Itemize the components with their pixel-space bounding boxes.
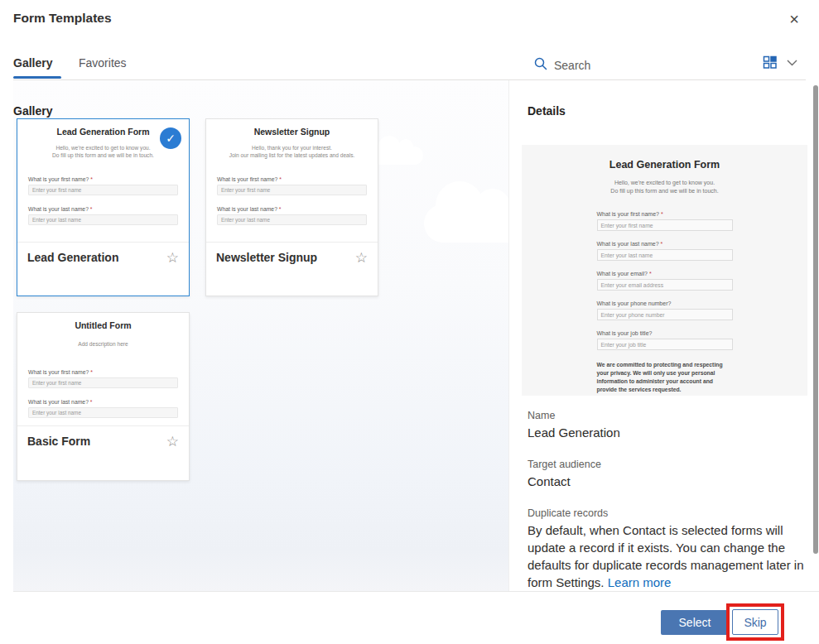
preview-form-subtitle: Hello, we're excited to get to know you.…: [597, 179, 733, 195]
template-card-lead-generation[interactable]: Lead Generation Form Hello, we're excite…: [17, 118, 190, 296]
card-footer: Lead Generation ☆: [17, 242, 189, 266]
preview-field-input: Enter your phone number: [597, 309, 733, 320]
annotation-highlight-box: Skip: [726, 603, 784, 641]
search-input[interactable]: [554, 59, 711, 72]
cloud-illustration: [424, 204, 508, 243]
preview-field-input: Enter your email address: [597, 279, 733, 291]
panel-divider: [508, 80, 509, 591]
thumbnail-field-input: Enter your first name: [28, 377, 178, 388]
search-icon: [534, 57, 547, 74]
preview-field-label: What is your phone number?: [597, 300, 733, 306]
footer-divider: [13, 591, 819, 592]
gallery-section-heading: Gallery: [13, 104, 52, 118]
favorite-star-icon[interactable]: ☆: [166, 435, 179, 449]
thumbnail-field: What is your first name? * Enter your fi…: [28, 369, 178, 388]
grid-view-icon[interactable]: [763, 55, 778, 70]
selected-check-icon: ✓: [160, 127, 181, 149]
template-thumbnail: Untitled Form Add description here What …: [17, 313, 189, 425]
thumbnail-field-input: Enter your first name: [28, 185, 178, 195]
thumbnail-field-label: What is your first name? *: [28, 176, 178, 182]
preview-field-input: Enter your last name: [597, 249, 733, 261]
details-section-heading: Details: [528, 104, 566, 118]
target-audience-label: Target audience: [528, 459, 601, 470]
skip-button[interactable]: Skip: [732, 609, 778, 635]
view-switcher: [763, 55, 797, 70]
details-preview: Lead Generation Form Hello, we're excite…: [522, 145, 807, 396]
details-scrollbar[interactable]: [813, 85, 818, 554]
thumbnail-field-label: What is your first name? *: [217, 176, 367, 182]
preview-field-label: What is your last name? *: [597, 241, 733, 247]
select-button[interactable]: Select: [661, 610, 729, 635]
details-preview-form: Lead Generation Form Hello, we're excite…: [597, 145, 733, 394]
name-value: Lead Generation: [528, 425, 620, 440]
thumbnail-title: Untitled Form: [17, 320, 189, 330]
preview-field-input: Enter your job title: [597, 339, 733, 350]
thumbnail-field-label: What is your last name? *: [217, 206, 367, 212]
preview-field-label: What is your job title?: [597, 330, 733, 336]
favorite-star-icon[interactable]: ☆: [355, 251, 368, 266]
thumbnail-subtitle: Add description here: [17, 340, 189, 355]
preview-privacy-text: We are committed to protecting and respe…: [597, 361, 733, 394]
chevron-down-icon[interactable]: [787, 59, 797, 66]
template-thumbnail: Newsletter Signup Hello, thank you for y…: [206, 119, 378, 242]
template-card-basic-form[interactable]: Untitled Form Add description here What …: [17, 312, 190, 481]
preview-field-label: What is your email? *: [597, 271, 733, 276]
favorite-star-icon[interactable]: ☆: [166, 251, 179, 266]
thumbnail-field: What is your first name? * Enter your fi…: [28, 176, 178, 195]
preview-form-field: What is your email? * Enter your email a…: [597, 271, 733, 291]
thumbnail-field-input: Enter your last name: [28, 407, 178, 418]
active-tab-underline: [13, 76, 61, 79]
cloud-illustration: [372, 147, 423, 165]
thumbnail-field-input: Enter your first name: [217, 185, 367, 195]
close-icon[interactable]: ×: [782, 7, 807, 31]
thumbnail-field-label: What is your first name? *: [28, 369, 178, 375]
tab-favorites[interactable]: Favorites: [79, 56, 127, 70]
form-templates-dialog: Form Templates × Gallery Favorites Galle…: [0, 0, 819, 644]
duplicate-records-label: Duplicate records: [528, 507, 608, 519]
thumbnail-field-label: What is your last name? *: [28, 399, 178, 405]
thumbnail-field: What is your last name? * Enter your las…: [217, 206, 367, 225]
thumbnail-field-label: What is your last name? *: [28, 206, 178, 212]
preview-field-input: Enter your first name: [597, 219, 733, 231]
thumbnail-field: What is your last name? * Enter your las…: [28, 206, 178, 225]
name-label: Name: [528, 410, 555, 421]
preview-form-field: What is your job title? Enter your job t…: [597, 330, 733, 350]
search-box: [534, 53, 733, 78]
thumbnail-field: What is your first name? * Enter your fi…: [217, 176, 367, 195]
template-name: Newsletter Signup: [216, 251, 317, 264]
preview-form-field: What is your first name? * Enter your fi…: [597, 211, 733, 231]
thumbnail-title: Newsletter Signup: [206, 127, 378, 137]
preview-form-field: What is your phone number? Enter your ph…: [597, 300, 733, 320]
thumbnail-subtitle: Hello, thank you for your interest. Join…: [206, 144, 378, 159]
thumbnail-field-input: Enter your last name: [28, 214, 178, 225]
thumbnail-field: What is your last name? * Enter your las…: [28, 399, 178, 418]
template-name: Basic Form: [27, 435, 90, 448]
thumbnail-field-input: Enter your last name: [217, 214, 367, 225]
preview-form-field: What is your last name? * Enter your las…: [597, 241, 733, 261]
preview-form-title: Lead Generation Form: [597, 159, 733, 171]
preview-field-label: What is your first name? *: [597, 211, 733, 217]
tab-gallery[interactable]: Gallery: [13, 56, 52, 70]
dialog-title: Form Templates: [13, 11, 112, 26]
template-card-newsletter-signup[interactable]: Newsletter Signup Hello, thank you for y…: [205, 118, 378, 296]
card-footer: Newsletter Signup ☆: [206, 242, 378, 266]
learn-more-link[interactable]: Learn more: [608, 575, 672, 589]
card-footer: Basic Form ☆: [17, 425, 189, 449]
duplicate-records-description: By default, when Contact is selected for…: [528, 521, 819, 591]
target-audience-value: Contact: [528, 474, 571, 488]
template-name: Lead Generation: [27, 251, 118, 264]
